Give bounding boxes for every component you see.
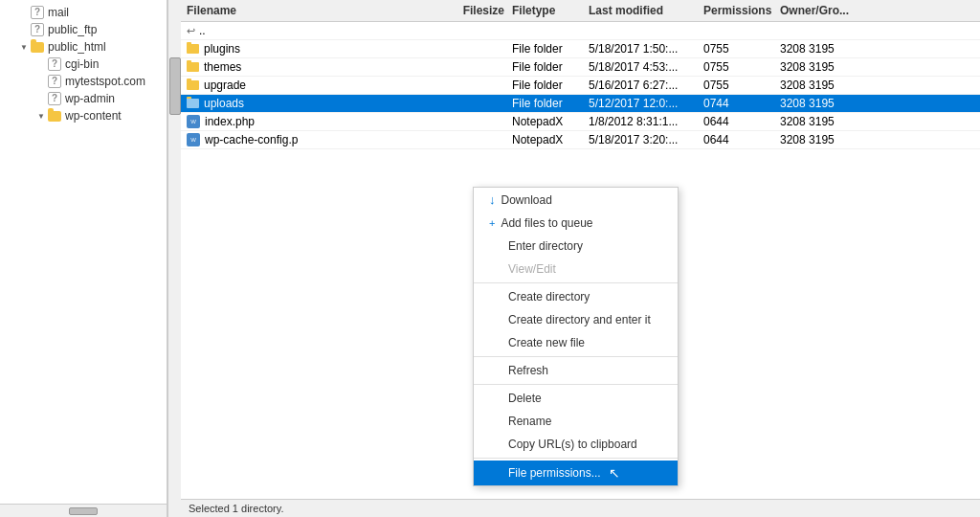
context-menu-item-delete[interactable]: Delete <box>474 387 678 410</box>
php-icon: W <box>187 133 200 146</box>
file-owner-cell: 3208 3195 <box>780 97 866 110</box>
header-owner[interactable]: Owner/Gro... <box>780 4 866 17</box>
scrollbar-horizontal[interactable] <box>0 504 167 517</box>
php-icon: W <box>187 115 200 128</box>
context-menu-item-create-file[interactable]: Create new file <box>474 331 678 354</box>
table-row[interactable]: themes File folder 5/18/2017 4:53:... 07… <box>181 58 980 77</box>
tree-item-wp-admin[interactable]: ? wp-admin <box>0 90 167 107</box>
file-name-cell: themes <box>187 60 445 74</box>
context-menu-item-file-permissions[interactable]: File permissions... ↖ <box>474 461 678 485</box>
file-type-cell: File folder <box>512 97 589 110</box>
tree-label-public_html: public_html <box>48 40 106 54</box>
expand-icon <box>36 77 46 86</box>
separator <box>474 384 678 385</box>
question-icon: ? <box>31 6 44 19</box>
file-name-cell: W wp-cache-config.p <box>187 133 445 146</box>
expand-icon <box>36 94 46 103</box>
header-filesize[interactable]: Filesize <box>445 4 512 17</box>
file-modified-cell: 5/16/2017 6:27:... <box>589 79 703 92</box>
file-name-cell: ↩ .. <box>187 24 445 37</box>
tree-item-wp-content[interactable]: ▼ wp-content <box>0 107 167 124</box>
context-menu-item-download[interactable]: ↓ Download <box>474 188 678 212</box>
status-text: Selected 1 directory. <box>189 503 283 514</box>
table-row[interactable]: W index.php NotepadX 1/8/2012 8:31:1... … <box>181 113 980 131</box>
context-menu-item-enter-dir[interactable]: Enter directory <box>474 235 678 258</box>
file-name-cell: uploads <box>187 97 445 110</box>
file-list-panel: Filename Filesize Filetype Last modified… <box>181 0 980 517</box>
file-list-header: Filename Filesize Filetype Last modified… <box>181 0 980 22</box>
file-modified-cell: 1/8/2012 8:31:1... <box>589 115 703 128</box>
tree-label-public_ftp: public_ftp <box>48 23 97 36</box>
folder-icon <box>187 44 199 54</box>
table-row[interactable]: W wp-cache-config.p NotepadX 5/18/2017 3… <box>181 131 980 149</box>
file-modified-cell: 5/18/2017 3:20:... <box>589 133 703 146</box>
context-menu-item-view-edit: View/Edit <box>474 258 678 281</box>
folder-icon <box>187 99 199 108</box>
add-files-icon: + <box>489 217 495 229</box>
question-icon: ? <box>48 92 61 105</box>
cursor-icon: ↖ <box>609 465 620 481</box>
file-tree: ? mail ? public_ftp ▼ public_html ? cgi-… <box>0 0 167 504</box>
expand-icon <box>36 59 46 69</box>
file-type-cell: NotepadX <box>512 115 589 128</box>
expand-icon: ▼ <box>19 42 29 52</box>
expand-icon <box>19 25 29 34</box>
file-type-cell: NotepadX <box>512 133 589 146</box>
table-row-uploads[interactable]: uploads File folder 5/12/2017 12:0:... 0… <box>181 95 980 113</box>
tree-item-public_ftp[interactable]: ? public_ftp <box>0 21 167 38</box>
tree-item-mail[interactable]: ? mail <box>0 4 167 21</box>
file-tree-panel: ? mail ? public_ftp ▼ public_html ? cgi-… <box>0 0 167 517</box>
header-modified[interactable]: Last modified <box>589 4 703 17</box>
file-owner-cell: 3208 3195 <box>780 79 866 92</box>
question-icon: ? <box>31 23 44 36</box>
expand-icon: ▼ <box>36 111 46 121</box>
file-name-cell: W index.php <box>187 115 445 128</box>
context-menu-item-rename[interactable]: Rename <box>474 410 678 433</box>
file-owner-cell: 3208 3195 <box>780 60 866 74</box>
file-name-cell: upgrade <box>187 79 445 92</box>
file-perms-cell: 0755 <box>703 79 780 92</box>
file-modified-cell: 5/18/2017 1:50:... <box>589 42 703 56</box>
tree-item-mytestspot[interactable]: ? mytestspot.com <box>0 73 167 90</box>
folder-open-icon <box>31 42 44 53</box>
expand-icon <box>19 8 29 17</box>
file-name-cell: plugins <box>187 42 445 56</box>
file-owner-cell: 3208 3195 <box>780 115 866 128</box>
context-menu-item-create-dir[interactable]: Create directory <box>474 285 678 308</box>
tree-scrollbar[interactable] <box>167 0 181 517</box>
file-modified-cell: 5/12/2017 12:0:... <box>589 97 703 110</box>
separator <box>474 356 678 357</box>
context-menu: ↓ Download + Add files to queue Enter di… <box>473 187 679 486</box>
table-row[interactable]: plugins File folder 5/18/2017 1:50:... 0… <box>181 40 980 58</box>
tree-item-cgi-bin[interactable]: ? cgi-bin <box>0 56 167 73</box>
context-menu-item-copy-url[interactable]: Copy URL(s) to clipboard <box>474 433 678 456</box>
table-row[interactable]: upgrade File folder 5/16/2017 6:27:... 0… <box>181 77 980 95</box>
file-type-cell: File folder <box>512 79 589 92</box>
file-type-cell: File folder <box>512 42 589 56</box>
separator <box>474 282 678 283</box>
tree-label-cgi-bin: cgi-bin <box>65 57 99 71</box>
file-perms-cell: 0644 <box>703 115 780 128</box>
tree-label-wp-admin: wp-admin <box>65 92 115 105</box>
context-menu-item-refresh[interactable]: Refresh <box>474 359 678 382</box>
tree-item-public_html[interactable]: ▼ public_html <box>0 38 167 56</box>
status-bar: Selected 1 directory. <box>181 499 980 517</box>
file-type-cell: File folder <box>512 60 589 74</box>
tree-label-wp-content: wp-content <box>65 109 122 123</box>
file-perms-cell: 0644 <box>703 133 780 146</box>
file-perms-cell: 0744 <box>703 97 780 110</box>
file-owner-cell: 3208 3195 <box>780 42 866 56</box>
file-perms-cell: 0755 <box>703 42 780 56</box>
header-permissions[interactable]: Permissions <box>703 4 780 17</box>
file-modified-cell: 5/18/2017 4:53:... <box>589 60 703 74</box>
file-perms-cell: 0755 <box>703 60 780 74</box>
header-filename[interactable]: Filename <box>187 4 445 17</box>
header-filetype[interactable]: Filetype <box>512 4 589 17</box>
context-menu-item-add-files[interactable]: + Add files to queue <box>474 212 678 235</box>
context-menu-item-create-dir-enter[interactable]: Create directory and enter it <box>474 308 678 331</box>
scrollbar-thumb-h[interactable] <box>69 507 98 515</box>
download-icon: ↓ <box>489 192 496 207</box>
folder-icon <box>187 80 199 90</box>
scrollbar-thumb[interactable] <box>169 57 181 115</box>
table-row[interactable]: ↩ .. <box>181 22 980 40</box>
